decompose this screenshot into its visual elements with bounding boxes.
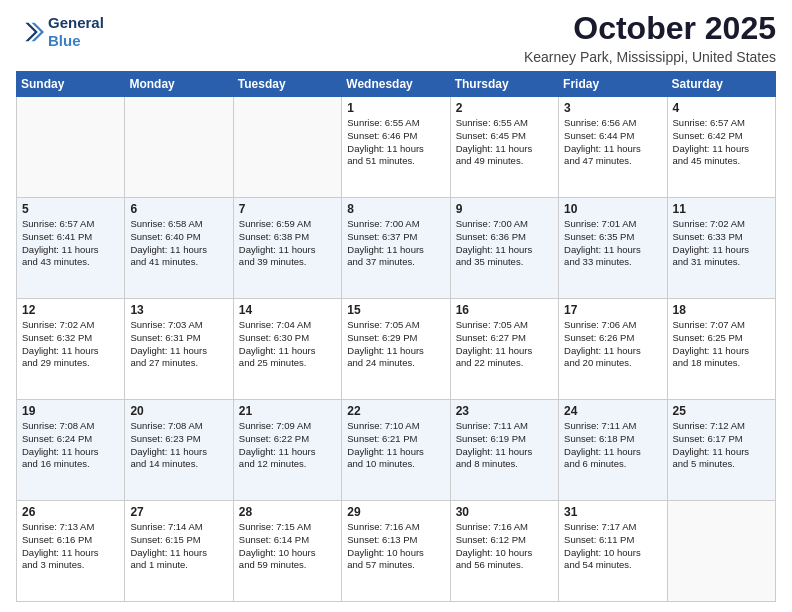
day-info: Sunrise: 6:57 AM Sunset: 6:41 PM Dayligh… bbox=[22, 218, 119, 269]
day-header-monday: Monday bbox=[125, 72, 233, 97]
day-info: Sunrise: 7:09 AM Sunset: 6:22 PM Dayligh… bbox=[239, 420, 336, 471]
calendar-cell: 6Sunrise: 6:58 AM Sunset: 6:40 PM Daylig… bbox=[125, 198, 233, 299]
day-info: Sunrise: 7:16 AM Sunset: 6:13 PM Dayligh… bbox=[347, 521, 444, 572]
calendar-cell: 15Sunrise: 7:05 AM Sunset: 6:29 PM Dayli… bbox=[342, 299, 450, 400]
day-header-wednesday: Wednesday bbox=[342, 72, 450, 97]
day-info: Sunrise: 7:16 AM Sunset: 6:12 PM Dayligh… bbox=[456, 521, 553, 572]
calendar-cell: 1Sunrise: 6:55 AM Sunset: 6:46 PM Daylig… bbox=[342, 97, 450, 198]
day-info: Sunrise: 7:05 AM Sunset: 6:29 PM Dayligh… bbox=[347, 319, 444, 370]
day-number: 13 bbox=[130, 303, 227, 317]
calendar-cell: 11Sunrise: 7:02 AM Sunset: 6:33 PM Dayli… bbox=[667, 198, 775, 299]
calendar-cell: 22Sunrise: 7:10 AM Sunset: 6:21 PM Dayli… bbox=[342, 400, 450, 501]
calendar-cell: 27Sunrise: 7:14 AM Sunset: 6:15 PM Dayli… bbox=[125, 501, 233, 602]
calendar-cell: 9Sunrise: 7:00 AM Sunset: 6:36 PM Daylig… bbox=[450, 198, 558, 299]
day-info: Sunrise: 7:07 AM Sunset: 6:25 PM Dayligh… bbox=[673, 319, 770, 370]
day-number: 8 bbox=[347, 202, 444, 216]
day-info: Sunrise: 6:55 AM Sunset: 6:46 PM Dayligh… bbox=[347, 117, 444, 168]
day-number: 16 bbox=[456, 303, 553, 317]
day-number: 1 bbox=[347, 101, 444, 115]
day-number: 31 bbox=[564, 505, 661, 519]
day-info: Sunrise: 7:08 AM Sunset: 6:23 PM Dayligh… bbox=[130, 420, 227, 471]
day-number: 19 bbox=[22, 404, 119, 418]
calendar-week-row: 19Sunrise: 7:08 AM Sunset: 6:24 PM Dayli… bbox=[17, 400, 776, 501]
day-number: 15 bbox=[347, 303, 444, 317]
day-number: 4 bbox=[673, 101, 770, 115]
calendar-cell: 29Sunrise: 7:16 AM Sunset: 6:13 PM Dayli… bbox=[342, 501, 450, 602]
calendar-cell: 17Sunrise: 7:06 AM Sunset: 6:26 PM Dayli… bbox=[559, 299, 667, 400]
day-info: Sunrise: 7:00 AM Sunset: 6:36 PM Dayligh… bbox=[456, 218, 553, 269]
day-number: 14 bbox=[239, 303, 336, 317]
page: General Blue October 2025 Kearney Park, … bbox=[0, 0, 792, 612]
calendar-cell: 2Sunrise: 6:55 AM Sunset: 6:45 PM Daylig… bbox=[450, 97, 558, 198]
day-info: Sunrise: 7:01 AM Sunset: 6:35 PM Dayligh… bbox=[564, 218, 661, 269]
day-header-friday: Friday bbox=[559, 72, 667, 97]
day-info: Sunrise: 7:08 AM Sunset: 6:24 PM Dayligh… bbox=[22, 420, 119, 471]
calendar-cell: 3Sunrise: 6:56 AM Sunset: 6:44 PM Daylig… bbox=[559, 97, 667, 198]
calendar-cell: 23Sunrise: 7:11 AM Sunset: 6:19 PM Dayli… bbox=[450, 400, 558, 501]
day-number: 23 bbox=[456, 404, 553, 418]
calendar-week-row: 26Sunrise: 7:13 AM Sunset: 6:16 PM Dayli… bbox=[17, 501, 776, 602]
calendar-week-row: 5Sunrise: 6:57 AM Sunset: 6:41 PM Daylig… bbox=[17, 198, 776, 299]
day-number: 3 bbox=[564, 101, 661, 115]
day-number: 17 bbox=[564, 303, 661, 317]
calendar-cell: 7Sunrise: 6:59 AM Sunset: 6:38 PM Daylig… bbox=[233, 198, 341, 299]
calendar-cell: 14Sunrise: 7:04 AM Sunset: 6:30 PM Dayli… bbox=[233, 299, 341, 400]
day-number: 22 bbox=[347, 404, 444, 418]
day-info: Sunrise: 7:00 AM Sunset: 6:37 PM Dayligh… bbox=[347, 218, 444, 269]
day-number: 18 bbox=[673, 303, 770, 317]
day-info: Sunrise: 7:02 AM Sunset: 6:32 PM Dayligh… bbox=[22, 319, 119, 370]
location-title: Kearney Park, Mississippi, United States bbox=[524, 49, 776, 65]
logo-icon bbox=[16, 18, 44, 46]
calendar-cell bbox=[233, 97, 341, 198]
day-number: 28 bbox=[239, 505, 336, 519]
header: General Blue October 2025 Kearney Park, … bbox=[16, 10, 776, 65]
day-number: 2 bbox=[456, 101, 553, 115]
title-block: October 2025 Kearney Park, Mississippi, … bbox=[524, 10, 776, 65]
day-info: Sunrise: 7:13 AM Sunset: 6:16 PM Dayligh… bbox=[22, 521, 119, 572]
day-info: Sunrise: 6:57 AM Sunset: 6:42 PM Dayligh… bbox=[673, 117, 770, 168]
logo-text: General Blue bbox=[48, 14, 104, 50]
day-number: 9 bbox=[456, 202, 553, 216]
calendar-cell bbox=[667, 501, 775, 602]
calendar-cell: 12Sunrise: 7:02 AM Sunset: 6:32 PM Dayli… bbox=[17, 299, 125, 400]
day-header-sunday: Sunday bbox=[17, 72, 125, 97]
calendar-cell: 26Sunrise: 7:13 AM Sunset: 6:16 PM Dayli… bbox=[17, 501, 125, 602]
day-number: 12 bbox=[22, 303, 119, 317]
month-title: October 2025 bbox=[524, 10, 776, 47]
calendar-cell: 13Sunrise: 7:03 AM Sunset: 6:31 PM Dayli… bbox=[125, 299, 233, 400]
day-header-tuesday: Tuesday bbox=[233, 72, 341, 97]
day-info: Sunrise: 6:55 AM Sunset: 6:45 PM Dayligh… bbox=[456, 117, 553, 168]
day-number: 24 bbox=[564, 404, 661, 418]
day-info: Sunrise: 6:56 AM Sunset: 6:44 PM Dayligh… bbox=[564, 117, 661, 168]
calendar-cell: 4Sunrise: 6:57 AM Sunset: 6:42 PM Daylig… bbox=[667, 97, 775, 198]
day-info: Sunrise: 7:12 AM Sunset: 6:17 PM Dayligh… bbox=[673, 420, 770, 471]
svg-rect-0 bbox=[16, 18, 44, 46]
calendar-cell: 19Sunrise: 7:08 AM Sunset: 6:24 PM Dayli… bbox=[17, 400, 125, 501]
day-info: Sunrise: 7:11 AM Sunset: 6:19 PM Dayligh… bbox=[456, 420, 553, 471]
day-info: Sunrise: 6:59 AM Sunset: 6:38 PM Dayligh… bbox=[239, 218, 336, 269]
day-number: 25 bbox=[673, 404, 770, 418]
calendar-cell: 31Sunrise: 7:17 AM Sunset: 6:11 PM Dayli… bbox=[559, 501, 667, 602]
calendar-cell bbox=[125, 97, 233, 198]
calendar-cell: 16Sunrise: 7:05 AM Sunset: 6:27 PM Dayli… bbox=[450, 299, 558, 400]
day-info: Sunrise: 7:14 AM Sunset: 6:15 PM Dayligh… bbox=[130, 521, 227, 572]
day-info: Sunrise: 7:06 AM Sunset: 6:26 PM Dayligh… bbox=[564, 319, 661, 370]
calendar-week-row: 12Sunrise: 7:02 AM Sunset: 6:32 PM Dayli… bbox=[17, 299, 776, 400]
day-info: Sunrise: 7:15 AM Sunset: 6:14 PM Dayligh… bbox=[239, 521, 336, 572]
day-number: 20 bbox=[130, 404, 227, 418]
day-number: 26 bbox=[22, 505, 119, 519]
day-number: 21 bbox=[239, 404, 336, 418]
day-info: Sunrise: 6:58 AM Sunset: 6:40 PM Dayligh… bbox=[130, 218, 227, 269]
day-number: 11 bbox=[673, 202, 770, 216]
calendar-cell: 20Sunrise: 7:08 AM Sunset: 6:23 PM Dayli… bbox=[125, 400, 233, 501]
day-header-thursday: Thursday bbox=[450, 72, 558, 97]
day-number: 30 bbox=[456, 505, 553, 519]
calendar-cell: 18Sunrise: 7:07 AM Sunset: 6:25 PM Dayli… bbox=[667, 299, 775, 400]
day-number: 27 bbox=[130, 505, 227, 519]
calendar-table: SundayMondayTuesdayWednesdayThursdayFrid… bbox=[16, 71, 776, 602]
day-info: Sunrise: 7:17 AM Sunset: 6:11 PM Dayligh… bbox=[564, 521, 661, 572]
day-info: Sunrise: 7:11 AM Sunset: 6:18 PM Dayligh… bbox=[564, 420, 661, 471]
day-info: Sunrise: 7:03 AM Sunset: 6:31 PM Dayligh… bbox=[130, 319, 227, 370]
day-number: 6 bbox=[130, 202, 227, 216]
day-info: Sunrise: 7:05 AM Sunset: 6:27 PM Dayligh… bbox=[456, 319, 553, 370]
